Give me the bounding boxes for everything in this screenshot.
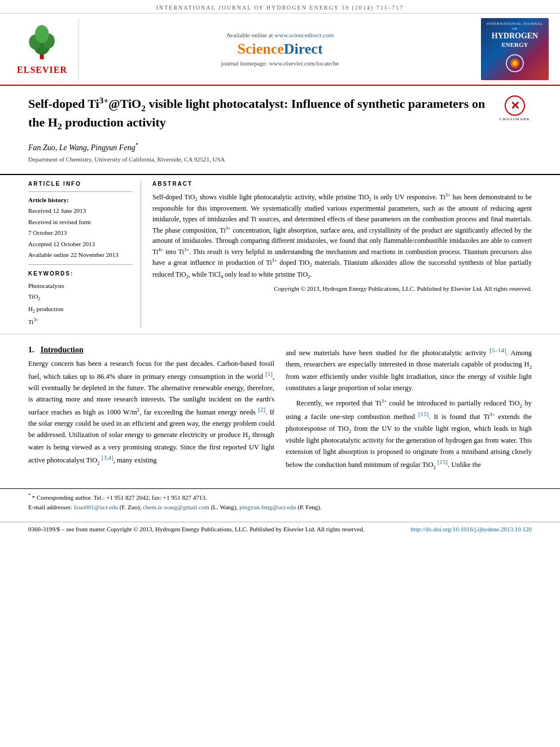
section-title: Introduction <box>41 346 84 354</box>
revised-date: 7 October 2013 <box>28 228 133 238</box>
abstract-section: ABSTRACT Self-doped TiO2 shows visible l… <box>152 181 532 328</box>
cover-graphic <box>498 52 532 75</box>
footnote-emails: E-mail addresses: fzuo001@ucr.edu (F. Zu… <box>28 503 532 513</box>
column-right: and new materials have been studied for … <box>286 346 532 471</box>
ref-5-14: [5–14] <box>489 347 506 353</box>
received-date: Received 12 June 2013 <box>28 206 133 216</box>
doi-url[interactable]: http://dx.doi.org/10.1016/j.ijhydene.201… <box>410 526 532 532</box>
journal-cover: International Journal of HYDROGEN ENERGY <box>481 18 549 80</box>
footer-left: 0360-3199/$ – see front matter Copyright… <box>28 526 365 532</box>
article-info: ARTICLE INFO Article history: Received 1… <box>28 181 141 328</box>
cover-hydrogen: HYDROGEN <box>484 32 545 40</box>
elsevier-logo: ELSEVIER <box>11 18 79 80</box>
email-2-name: L. Wang <box>213 504 234 510</box>
main-content: 1. Introduction Energy concern has been … <box>0 334 560 483</box>
ref-2: [2] <box>258 406 265 413</box>
copyright-text: Copyright © 2013, Hydrogen Energy Public… <box>152 285 532 292</box>
top-banner: ELSEVIER Available online at www.science… <box>0 14 560 86</box>
keyword-4: Ti3+ <box>28 317 133 326</box>
ref-15: [15] <box>418 410 428 417</box>
history-label: Article history: <box>28 195 133 205</box>
cover-energy: ENERGY <box>484 41 545 49</box>
authors: Fan Zuo, Le Wang, Pingyun Feng* <box>28 142 532 152</box>
crossmark-badge[interactable]: ✕ CrossMark <box>498 95 532 123</box>
svg-point-7 <box>513 61 517 65</box>
revised-label: Received in revised form <box>28 217 133 227</box>
intro-right-text-1: and new materials have been studied for … <box>286 346 532 394</box>
ref-15b: [15] <box>438 458 448 465</box>
abstract-heading: ABSTRACT <box>152 181 532 187</box>
email-3[interactable]: pingyun.feng@ucr.edu <box>239 504 296 510</box>
journal-cover-inner: International Journal of HYDROGEN ENERGY <box>481 18 549 80</box>
journal-title: International Journal of Hydrogen Energy… <box>156 5 404 11</box>
paper-title: Self-doped Ti3+@TiO2 visible light photo… <box>28 95 532 133</box>
ref-1: [1] <box>265 370 273 377</box>
ref-3-4: [3,4] <box>102 454 113 461</box>
keyword-3: H2 production <box>28 304 133 315</box>
accepted-date: Accepted 12 October 2013 <box>28 239 133 249</box>
elsevier-tree-icon <box>23 23 62 63</box>
cover-decoration <box>484 52 545 77</box>
intro-right-text-2: Recently, we reported that Ti3+ could be… <box>286 397 532 471</box>
section-number: 1. <box>28 346 34 354</box>
email-prefix: E-mail addresses: <box>28 504 72 510</box>
corresponding-label: * Corresponding author. Tel.: +1 951 827… <box>32 493 207 500</box>
footnote-corresponding: * * Corresponding author. Tel.: +1 951 8… <box>28 492 532 503</box>
article-body: ARTICLE INFO Article history: Received 1… <box>0 175 560 334</box>
intro-left-text: Energy concern has been a research focus… <box>28 358 274 466</box>
footer-right: http://dx.doi.org/10.1016/j.ijhydene.201… <box>410 526 532 532</box>
cover-intl: International Journal of <box>484 21 545 32</box>
keyword-1: Photocatalysts <box>28 281 133 291</box>
column-left: 1. Introduction Energy concern has been … <box>28 346 274 471</box>
keyword-2: TiO2 <box>28 292 133 303</box>
bottom-footer: 0360-3199/$ – see front matter Copyright… <box>0 522 560 536</box>
email-1[interactable]: fzuo001@ucr.edu <box>74 504 118 510</box>
section-header: 1. Introduction <box>28 346 274 355</box>
svg-point-4 <box>34 25 49 43</box>
elsevier-text: ELSEVIER <box>17 65 67 75</box>
divider-1 <box>28 191 133 192</box>
sciencedirect-logo: ScienceDirect <box>237 41 322 58</box>
email-1-name: F. Zuo <box>121 504 137 510</box>
available-online-date: Available online 22 November 2013 <box>28 250 133 260</box>
keywords-heading: Keywords: <box>28 270 133 277</box>
center-banner: Available online at www.sciencedirect.co… <box>85 18 475 80</box>
available-online: Available online at www.sciencedirect.co… <box>226 32 334 38</box>
affiliation: Department of Chemistry, University of C… <box>28 156 532 163</box>
divider-2 <box>28 264 133 265</box>
journal-header: International Journal of Hydrogen Energy… <box>0 0 560 14</box>
keywords-section: Keywords: Photocatalysts TiO2 H2 product… <box>28 270 133 326</box>
journal-homepage: journal homepage: www.elsevier.com/locat… <box>221 60 339 67</box>
available-online-url[interactable]: www.sciencedirect.com <box>274 32 334 38</box>
crossmark-label: CrossMark <box>500 117 531 122</box>
abstract-text: Self-doped TiO2 shows visible light phot… <box>152 191 532 281</box>
email-3-name: P. Feng <box>300 504 318 510</box>
email-2[interactable]: chem.le.wang@gmail.com <box>143 504 209 510</box>
paper-section: Self-doped Ti3+@TiO2 visible light photo… <box>0 86 560 175</box>
doi-label: 0360-3199/$ – see front matter Copyright… <box>28 526 365 532</box>
crossmark-circle: ✕ <box>505 95 525 116</box>
article-info-heading: ARTICLE INFO <box>28 181 133 187</box>
footer-section: * * Corresponding author. Tel.: +1 951 8… <box>0 488 560 516</box>
